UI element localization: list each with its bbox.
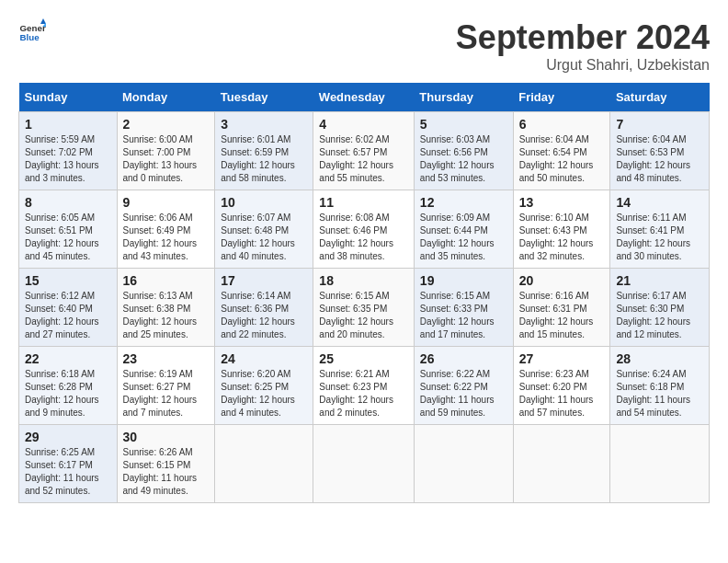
calendar-cell: 12 Sunrise: 6:09 AMSunset: 6:44 PMDaylig… [414,190,513,269]
calendar-cell: 13 Sunrise: 6:10 AMSunset: 6:43 PMDaylig… [513,190,610,269]
col-wednesday: Wednesday [313,83,415,112]
day-number: 15 [25,273,111,288]
day-number: 22 [25,351,111,366]
day-number: 6 [519,117,605,132]
day-info: Sunrise: 6:16 AMSunset: 6:31 PMDaylight:… [519,291,594,339]
day-info: Sunrise: 6:24 AMSunset: 6:18 PMDaylight:… [616,369,690,418]
week-row-2: 8 Sunrise: 6:05 AMSunset: 6:51 PMDayligh… [19,190,710,269]
day-info: Sunrise: 6:19 AMSunset: 6:27 PMDaylight:… [123,369,198,418]
calendar-cell: 22 Sunrise: 6:18 AMSunset: 6:28 PMDaylig… [19,347,118,425]
calendar-cell [414,425,513,503]
day-info: Sunrise: 6:12 AMSunset: 6:40 PMDaylight:… [25,291,99,339]
day-info: Sunrise: 6:11 AMSunset: 6:41 PMDaylight:… [616,213,690,261]
day-number: 17 [221,273,307,288]
day-number: 21 [616,273,703,288]
day-number: 24 [221,351,307,366]
day-number: 20 [519,273,605,288]
week-row-4: 22 Sunrise: 6:18 AMSunset: 6:28 PMDaylig… [19,347,710,425]
svg-text:Blue: Blue [20,32,40,42]
calendar-cell: 27 Sunrise: 6:23 AMSunset: 6:20 PMDaylig… [513,347,610,425]
calendar-cell: 16 Sunrise: 6:13 AMSunset: 6:38 PMDaylig… [117,269,215,347]
day-info: Sunrise: 6:02 AMSunset: 6:57 PMDaylight:… [319,134,393,183]
calendar-cell: 17 Sunrise: 6:14 AMSunset: 6:36 PMDaylig… [215,269,313,347]
calendar-cell: 2 Sunrise: 6:00 AMSunset: 7:00 PMDayligh… [117,112,215,190]
day-number: 26 [420,351,507,366]
svg-text:General: General [20,23,47,33]
calendar-cell: 4 Sunrise: 6:02 AMSunset: 6:57 PMDayligh… [313,112,415,190]
title-block: September 2024 Urgut Shahri, Uzbekistan [456,18,710,74]
day-info: Sunrise: 6:14 AMSunset: 6:36 PMDaylight:… [221,291,295,339]
location-subtitle: Urgut Shahri, Uzbekistan [456,57,710,74]
day-number: 11 [319,195,408,210]
day-info: Sunrise: 6:21 AMSunset: 6:23 PMDaylight:… [319,369,393,418]
day-info: Sunrise: 6:22 AMSunset: 6:22 PMDaylight:… [420,369,495,418]
day-info: Sunrise: 6:04 AMSunset: 6:54 PMDaylight:… [519,134,594,183]
day-number: 13 [519,195,605,210]
calendar-cell [610,425,710,503]
calendar-cell: 25 Sunrise: 6:21 AMSunset: 6:23 PMDaylig… [313,347,415,425]
header-row: Sunday Monday Tuesday Wednesday Thursday… [19,83,710,112]
calendar-cell: 26 Sunrise: 6:22 AMSunset: 6:22 PMDaylig… [414,347,513,425]
day-info: Sunrise: 6:13 AMSunset: 6:38 PMDaylight:… [123,291,198,339]
calendar-cell: 5 Sunrise: 6:03 AMSunset: 6:56 PMDayligh… [414,112,513,190]
day-info: Sunrise: 5:59 AMSunset: 7:02 PMDaylight:… [25,134,99,183]
page-header: General Blue September 2024 Urgut Shahri… [18,18,710,74]
col-thursday: Thursday [414,83,513,112]
day-number: 7 [616,117,703,132]
week-row-1: 1 Sunrise: 5:59 AMSunset: 7:02 PMDayligh… [19,112,710,190]
calendar-cell: 15 Sunrise: 6:12 AMSunset: 6:40 PMDaylig… [19,269,118,347]
day-info: Sunrise: 6:25 AMSunset: 6:17 PMDaylight:… [25,447,99,496]
day-number: 23 [123,351,210,366]
day-number: 8 [25,195,111,210]
logo-icon: General Blue [18,18,46,46]
calendar-cell: 1 Sunrise: 5:59 AMSunset: 7:02 PMDayligh… [19,112,118,190]
calendar-cell: 29 Sunrise: 6:25 AMSunset: 6:17 PMDaylig… [19,425,118,503]
day-info: Sunrise: 6:03 AMSunset: 6:56 PMDaylight:… [420,134,495,183]
day-number: 1 [25,117,111,132]
day-number: 2 [123,117,210,132]
day-info: Sunrise: 6:08 AMSunset: 6:46 PMDaylight:… [319,213,393,261]
calendar-cell: 14 Sunrise: 6:11 AMSunset: 6:41 PMDaylig… [610,190,710,269]
day-info: Sunrise: 6:09 AMSunset: 6:44 PMDaylight:… [420,213,495,261]
day-number: 30 [123,430,210,444]
calendar-cell: 19 Sunrise: 6:15 AMSunset: 6:33 PMDaylig… [414,269,513,347]
day-number: 14 [616,195,703,210]
calendar-cell: 10 Sunrise: 6:07 AMSunset: 6:48 PMDaylig… [215,190,313,269]
col-friday: Friday [513,83,610,112]
calendar-cell: 8 Sunrise: 6:05 AMSunset: 6:51 PMDayligh… [19,190,118,269]
calendar-cell: 28 Sunrise: 6:24 AMSunset: 6:18 PMDaylig… [610,347,710,425]
col-monday: Monday [117,83,215,112]
day-info: Sunrise: 6:17 AMSunset: 6:30 PMDaylight:… [616,291,690,339]
day-info: Sunrise: 6:07 AMSunset: 6:48 PMDaylight:… [221,213,295,261]
day-number: 25 [319,351,408,366]
day-info: Sunrise: 6:05 AMSunset: 6:51 PMDaylight:… [25,213,99,261]
day-info: Sunrise: 6:26 AMSunset: 6:15 PMDaylight:… [123,447,198,496]
day-number: 18 [319,273,408,288]
week-row-5: 29 Sunrise: 6:25 AMSunset: 6:17 PMDaylig… [19,425,710,503]
calendar-cell: 21 Sunrise: 6:17 AMSunset: 6:30 PMDaylig… [610,269,710,347]
day-info: Sunrise: 6:06 AMSunset: 6:49 PMDaylight:… [123,213,198,261]
day-info: Sunrise: 6:10 AMSunset: 6:43 PMDaylight:… [519,213,594,261]
day-info: Sunrise: 6:23 AMSunset: 6:20 PMDaylight:… [519,369,594,418]
day-number: 29 [25,430,111,444]
calendar-cell: 24 Sunrise: 6:20 AMSunset: 6:25 PMDaylig… [215,347,313,425]
day-info: Sunrise: 6:18 AMSunset: 6:28 PMDaylight:… [25,369,99,418]
calendar-cell [313,425,415,503]
day-number: 19 [420,273,507,288]
month-title: September 2024 [456,18,710,57]
day-info: Sunrise: 6:15 AMSunset: 6:33 PMDaylight:… [420,291,495,339]
col-tuesday: Tuesday [215,83,313,112]
day-info: Sunrise: 6:01 AMSunset: 6:59 PMDaylight:… [221,134,295,183]
logo: General Blue [18,18,46,46]
calendar-cell: 20 Sunrise: 6:16 AMSunset: 6:31 PMDaylig… [513,269,610,347]
day-info: Sunrise: 6:04 AMSunset: 6:53 PMDaylight:… [616,134,690,183]
week-row-3: 15 Sunrise: 6:12 AMSunset: 6:40 PMDaylig… [19,269,710,347]
day-number: 9 [123,195,210,210]
day-number: 28 [616,351,703,366]
col-saturday: Saturday [610,83,710,112]
calendar-cell: 30 Sunrise: 6:26 AMSunset: 6:15 PMDaylig… [117,425,215,503]
day-number: 12 [420,195,507,210]
svg-marker-2 [40,18,46,24]
calendar-cell: 9 Sunrise: 6:06 AMSunset: 6:49 PMDayligh… [117,190,215,269]
calendar-cell: 23 Sunrise: 6:19 AMSunset: 6:27 PMDaylig… [117,347,215,425]
